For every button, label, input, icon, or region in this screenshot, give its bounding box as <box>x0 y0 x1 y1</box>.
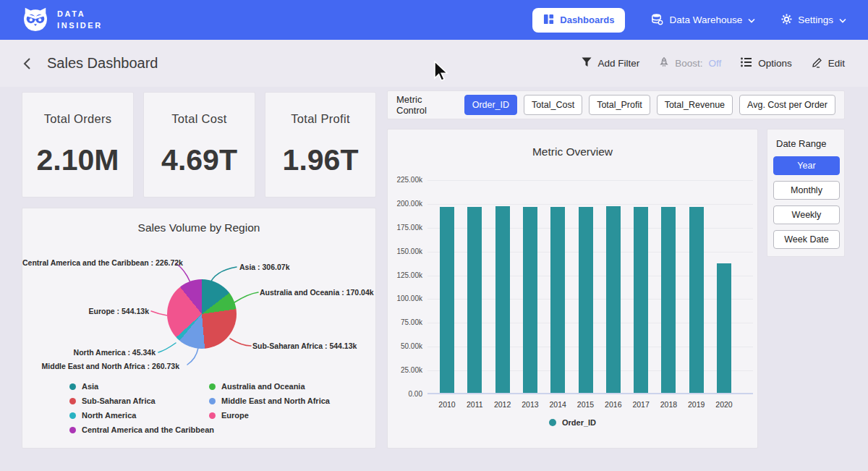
pie-label-europe: Europe : 544.13k <box>22 307 149 315</box>
x-axis-tick: 2015 <box>571 400 600 409</box>
kpi-value: 2.10M <box>37 143 119 177</box>
bar-chart-legend[interactable]: Order_ID <box>388 418 757 427</box>
metric-button-avg-cost-per-order[interactable]: Avg. Cost per Order <box>739 95 835 115</box>
nav-settings[interactable]: Settings <box>781 14 846 27</box>
x-axis-tick: 2010 <box>433 400 461 409</box>
y-axis-tick: 150.00k <box>388 247 422 255</box>
top-navbar: DATA INSIDER Dashboards <box>0 0 868 40</box>
pie[interactable] <box>167 279 237 349</box>
legend-label: Central America and the Caribbean <box>82 425 214 434</box>
legend-dot <box>209 398 216 404</box>
date-range-weekly-button[interactable]: Weekly <box>773 205 840 224</box>
bar-2016[interactable] <box>606 206 621 393</box>
kpi-card-total-cost: Total Cost 4.69T <box>143 92 255 198</box>
dashboards-grid-icon <box>543 14 554 27</box>
legend-item[interactable]: Europe <box>209 411 330 420</box>
legend-label: North America <box>82 411 136 420</box>
pie-legend-column-2: Australia and Oceania Middle East and No… <box>209 382 330 425</box>
legend-label: Order_ID <box>562 418 596 427</box>
edit-label: Edit <box>828 58 845 69</box>
nav-data-warehouse-label: Data Warehouse <box>669 14 742 25</box>
date-range-panel: Date Range Year Monthly Weekly Week Date <box>767 129 845 257</box>
brand-name: DATA INSIDER <box>57 9 103 32</box>
y-axis-tick: 100.00k <box>388 294 422 302</box>
legend-dot <box>209 412 216 419</box>
metric-button-total-cost[interactable]: Total_Cost <box>524 95 582 115</box>
edit-button[interactable]: Edit <box>812 57 845 70</box>
date-range-week-date-button[interactable]: Week Date <box>773 230 840 249</box>
pie-label-australia-oceania: Australia and Oceania : 170.04k <box>260 288 374 297</box>
filter-funnel-icon <box>582 57 592 69</box>
back-button[interactable] <box>23 57 31 70</box>
pie-chart-title: Sales Volume by Region <box>22 221 375 234</box>
x-axis-tick: 2018 <box>654 400 683 409</box>
bar-2018[interactable] <box>661 207 676 393</box>
kpi-label: Total Cost <box>171 112 226 126</box>
legend-label: Australia and Oceania <box>221 382 305 391</box>
y-axis-tick: 25.00k <box>388 366 422 374</box>
pie-label-central-america-caribbean: Central America and the Caribbean : 226.… <box>22 258 174 267</box>
kpi-label: Total Profit <box>291 112 350 126</box>
legend-label: Middle East and North Africa <box>221 396 330 405</box>
x-axis-tick: 2013 <box>516 400 545 409</box>
boost-label: Boost: <box>675 58 702 69</box>
nav-settings-label: Settings <box>798 14 833 25</box>
metric-button-order-id[interactable]: Order_ID <box>464 95 517 115</box>
bar-2020[interactable] <box>717 263 731 393</box>
chevron-down-icon <box>748 14 755 25</box>
list-icon <box>741 57 752 69</box>
metric-button-total-revenue[interactable]: Total_Revenue <box>657 95 733 115</box>
kpi-card-total-profit: Total Profit 1.96T <box>265 92 376 198</box>
metric-button-total-profit[interactable]: Total_Profit <box>589 95 650 115</box>
nav-data-warehouse[interactable]: Data Warehouse <box>651 13 755 27</box>
legend-label: Sub-Saharan Africa <box>82 396 156 405</box>
y-axis-tick: 75.00k <box>388 318 422 326</box>
page-title: Sales Dashboard <box>47 55 158 72</box>
metric-control-bar: Metric Control Order_ID Total_Cost Total… <box>387 90 845 119</box>
bar-2011[interactable] <box>467 207 482 393</box>
options-label: Options <box>758 58 792 69</box>
y-axis-tick: 225.00k <box>388 176 422 184</box>
legend-label: Asia <box>82 382 98 391</box>
legend-item[interactable]: Sub-Saharan Africa <box>69 396 214 405</box>
legend-item[interactable]: Asia <box>69 382 214 391</box>
options-button[interactable]: Options <box>741 57 792 69</box>
brand-logo[interactable]: DATA INSIDER <box>22 5 103 35</box>
bar-2012[interactable] <box>495 206 510 393</box>
date-range-monthly-button[interactable]: Monthly <box>773 181 840 200</box>
bar-2015[interactable] <box>579 207 593 393</box>
gridline <box>427 204 753 205</box>
page-header: Sales Dashboard Add Filter Boost: Off <box>0 40 868 87</box>
legend-dot <box>69 398 76 404</box>
pencil-icon <box>812 57 822 70</box>
legend-item[interactable]: Middle East and North Africa <box>209 396 330 405</box>
sales-volume-pie-card: Sales Volume by Region Asia : 306.07k Au… <box>22 208 376 449</box>
metric-control-label: Metric Control <box>396 94 454 116</box>
legend-dot <box>209 383 216 390</box>
owl-logo-icon <box>22 5 49 35</box>
bar-2010[interactable] <box>440 207 454 393</box>
bar-2017[interactable] <box>634 207 648 393</box>
nav-dashboards-button[interactable]: Dashboards <box>532 8 625 33</box>
legend-dot <box>549 419 556 426</box>
bar-2013[interactable] <box>523 207 537 393</box>
bar-chart-plot <box>427 180 753 394</box>
legend-item[interactable]: Central America and the Caribbean <box>69 425 214 434</box>
pie-legend-column-1: Asia Sub-Saharan Africa North America Ce… <box>69 382 214 440</box>
bar-2019[interactable] <box>689 207 704 393</box>
boost-toggle[interactable]: Boost: Off <box>659 57 721 70</box>
y-axis-tick: 50.00k <box>388 342 422 350</box>
pie-label-sub-saharan-africa: Sub-Saharan Africa : 544.13k <box>252 341 357 350</box>
bar-2014[interactable] <box>550 207 565 393</box>
x-axis-tick: 2016 <box>599 400 628 409</box>
date-range-year-button[interactable]: Year <box>773 156 840 175</box>
x-axis-tick: 2019 <box>682 400 711 409</box>
add-filter-button[interactable]: Add Filter <box>582 57 639 69</box>
legend-item[interactable]: Australia and Oceania <box>209 382 330 391</box>
legend-label: Europe <box>221 411 249 420</box>
chevron-down-icon <box>839 14 846 25</box>
bar-chart-title: Metric Overview <box>388 145 757 158</box>
legend-item[interactable]: North America <box>69 411 214 420</box>
kpi-value: 4.69T <box>161 143 237 177</box>
kpi-label: Total Orders <box>44 112 111 126</box>
